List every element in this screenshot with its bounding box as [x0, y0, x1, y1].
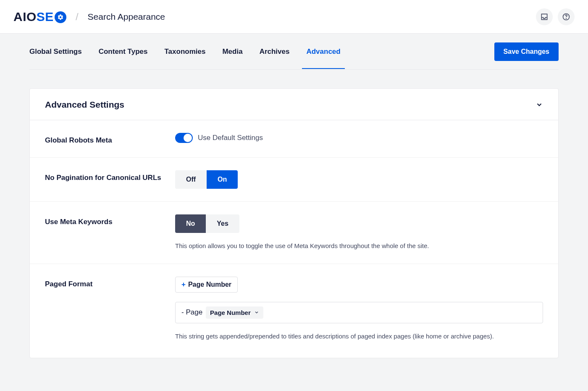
card-header[interactable]: Advanced Settings — [30, 89, 558, 120]
section-paged-format: Paged Format + Page Number - Page Page N… — [30, 264, 558, 358]
meta-keywords-no-button[interactable]: No — [175, 214, 206, 233]
chip-label: Page Number — [210, 309, 251, 316]
header-actions — [536, 8, 575, 25]
label-paged-format: Paged Format — [45, 277, 175, 341]
advanced-settings-card: Advanced Settings Global Robots Meta Use… — [29, 88, 559, 358]
svg-point-1 — [566, 18, 567, 18]
meta-keywords-desc: This option allows you to toggle the use… — [175, 241, 543, 251]
inbox-button[interactable] — [536, 8, 553, 25]
tab-archives[interactable]: Archives — [260, 35, 290, 69]
section-meta-keywords: Use Meta Keywords No Yes This option all… — [30, 202, 558, 264]
inbox-icon — [540, 13, 549, 21]
section-global-robots: Global Robots Meta Use Default Settings — [30, 120, 558, 158]
label-global-robots: Global Robots Meta — [45, 133, 175, 145]
gear-icon — [55, 11, 66, 23]
tab-global-settings[interactable]: Global Settings — [29, 35, 82, 69]
header-divider: / — [76, 11, 79, 23]
canonical-toggle-group: Off On — [175, 170, 238, 189]
chevron-down-icon — [254, 310, 259, 315]
label-canonical: No Pagination for Canonical URLs — [45, 170, 175, 189]
help-button[interactable] — [558, 8, 575, 25]
page-number-chip[interactable]: Page Number — [206, 306, 263, 319]
meta-keywords-yes-button[interactable]: Yes — [206, 214, 239, 233]
save-button[interactable]: Save Changes — [494, 42, 559, 61]
canonical-on-button[interactable]: On — [207, 170, 238, 189]
help-icon — [562, 13, 570, 21]
meta-keywords-toggle-group: No Yes — [175, 214, 239, 233]
paged-format-input[interactable]: - Page Page Number — [175, 302, 543, 323]
add-page-number-tag-button[interactable]: + Page Number — [175, 277, 238, 293]
chevron-down-icon — [536, 101, 543, 108]
toggle-label: Use Default Settings — [198, 134, 263, 142]
tab-taxonomies[interactable]: Taxonomies — [165, 35, 206, 69]
label-meta-keywords: Use Meta Keywords — [45, 214, 175, 251]
logo-text-aio: AIO — [13, 10, 37, 24]
tag-button-label: Page Number — [188, 281, 231, 288]
card-title: Advanced Settings — [45, 100, 124, 110]
section-canonical: No Pagination for Canonical URLs Off On — [30, 158, 558, 202]
tab-media[interactable]: Media — [222, 35, 242, 69]
tabs-bar: Global Settings Content Types Taxonomies… — [29, 34, 559, 70]
logo-text-se: SE — [37, 10, 54, 24]
logo: AIOSE — [13, 10, 66, 24]
header: AIOSE / Search Appearance — [0, 0, 588, 34]
toggle-use-default-settings[interactable] — [175, 133, 193, 143]
tabs: Global Settings Content Types Taxonomies… — [29, 35, 341, 69]
tab-content-types[interactable]: Content Types — [99, 35, 148, 69]
plus-icon: + — [181, 280, 186, 289]
canonical-off-button[interactable]: Off — [175, 170, 207, 189]
tab-advanced[interactable]: Advanced — [306, 35, 340, 69]
paged-format-desc: This string gets appended/prepended to t… — [175, 332, 543, 341]
format-prefix: - Page — [181, 308, 202, 317]
page-title: Search Appearance — [88, 12, 165, 22]
